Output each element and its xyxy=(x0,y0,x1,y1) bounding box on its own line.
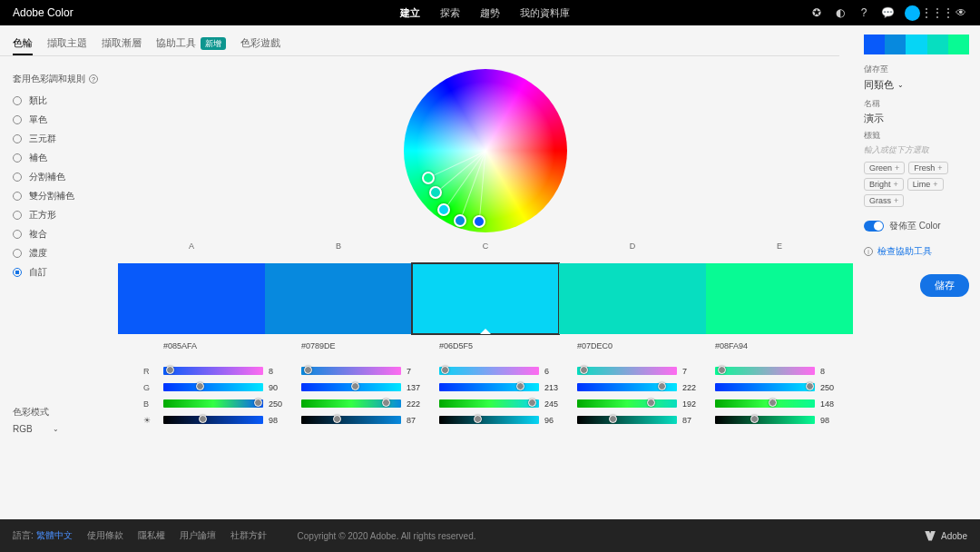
wheel-handle[interactable] xyxy=(429,186,442,199)
nav-library[interactable]: 我的資料庫 xyxy=(520,6,570,20)
slider-r[interactable]: 7 xyxy=(301,365,439,377)
nav-explore[interactable]: 探索 xyxy=(440,6,460,20)
rule-item-3[interactable]: 補色 xyxy=(13,152,107,164)
hex-value[interactable]: #0789DE xyxy=(301,341,439,350)
slider-b[interactable]: 192 xyxy=(577,398,715,409)
swatch[interactable] xyxy=(706,263,853,334)
plus-icon: + xyxy=(933,180,937,189)
slider-g[interactable]: 250 xyxy=(715,381,853,393)
language-select[interactable]: 語言: 繁體中文 xyxy=(13,529,73,542)
active-indicator-icon xyxy=(480,329,491,334)
slider-b[interactable]: 245 xyxy=(439,398,577,409)
slider-r[interactable]: 6 xyxy=(439,365,577,377)
top-icons: ✪ ◐ ? 💬 ⋮⋮⋮ 👁 xyxy=(810,5,967,21)
rule-item-6[interactable]: 正方形 xyxy=(13,209,107,222)
channel-b-label: B xyxy=(143,398,151,409)
color-mode-select[interactable]: RGB⌄ xyxy=(13,424,107,434)
globe-icon[interactable]: ◐ xyxy=(834,6,847,19)
tab-wheel[interactable]: 色輪 xyxy=(13,36,33,55)
publish-toggle[interactable] xyxy=(864,221,884,232)
slider-l[interactable]: 96 xyxy=(439,414,577,426)
check-accessibility-link[interactable]: 檢查協助工具 xyxy=(877,245,932,258)
help-icon[interactable]: ? xyxy=(858,6,870,19)
slider-g[interactable]: 222 xyxy=(577,381,715,393)
chat-icon[interactable]: 💬 xyxy=(881,6,894,19)
wheel-handle[interactable] xyxy=(473,215,485,228)
hex-value[interactable]: #07DEC0 xyxy=(577,341,715,350)
view-icon[interactable]: 👁 xyxy=(955,6,967,19)
radio-icon xyxy=(13,230,22,239)
swatch[interactable] xyxy=(118,263,265,334)
slider-g[interactable]: 213 xyxy=(439,381,577,393)
tag-chip[interactable]: Green + xyxy=(864,162,905,174)
apps-icon[interactable]: ⋮⋮⋮ xyxy=(931,6,944,19)
slider-b[interactable]: 222 xyxy=(301,398,439,409)
top-nav: 建立 探索 趨勢 我的資料庫 xyxy=(400,6,570,20)
save-to-select[interactable]: 同類色 ⌄ xyxy=(864,78,969,92)
rule-item-7[interactable]: 複合 xyxy=(13,228,107,241)
harmony-rule-title: 套用色彩調和規則 ? xyxy=(13,73,107,85)
slider-l[interactable]: 87 xyxy=(301,414,439,426)
rule-item-4[interactable]: 分割補色 xyxy=(13,171,107,183)
preview-bar xyxy=(864,34,969,54)
slider-g[interactable]: 90 xyxy=(163,381,301,393)
slider-r[interactable]: 8 xyxy=(715,365,853,377)
sub-tabs: 色輪 擷取主題 擷取漸層 協助工具 新增 色彩遊戲 xyxy=(0,25,839,56)
swatch[interactable] xyxy=(265,263,412,334)
wheel-handle[interactable] xyxy=(422,172,435,184)
slider-l[interactable]: 98 xyxy=(163,414,301,426)
hex-value[interactable]: #06D5F5 xyxy=(439,341,577,350)
logo[interactable]: Adobe Color xyxy=(13,6,74,19)
rule-item-9[interactable]: 自訂 xyxy=(13,266,107,279)
name-input[interactable] xyxy=(864,113,969,123)
swatch-label: A xyxy=(118,242,265,251)
wheel-handle[interactable] xyxy=(437,203,450,216)
slider-b[interactable]: 250 xyxy=(163,398,301,409)
tag-chip[interactable]: Bright + xyxy=(864,178,904,191)
plus-icon: + xyxy=(894,180,898,189)
slider-r[interactable]: 8 xyxy=(163,365,301,377)
slider-l[interactable]: 87 xyxy=(577,414,715,426)
tab-color-game[interactable]: 色彩遊戲 xyxy=(240,36,280,55)
footer-link-community[interactable]: 社群方針 xyxy=(230,529,267,542)
swatch[interactable] xyxy=(559,263,706,334)
slider-l[interactable]: 98 xyxy=(715,414,853,426)
center-panel: ABCDE #085AFA#0789DE#06D5F5#07DEC0#08FA9… xyxy=(107,25,864,519)
rule-item-8[interactable]: 濃度 xyxy=(13,247,107,260)
slider-b[interactable]: 148 xyxy=(715,398,853,409)
tab-extract-theme[interactable]: 擷取主題 xyxy=(47,36,87,55)
avatar[interactable] xyxy=(905,5,920,21)
radio-icon xyxy=(13,172,22,182)
adobe-brand[interactable]: Adobe xyxy=(925,531,967,541)
rule-item-1[interactable]: 單色 xyxy=(13,113,107,126)
nav-create[interactable]: 建立 xyxy=(400,6,420,20)
swatch[interactable] xyxy=(412,263,559,334)
hex-value[interactable]: #08FA94 xyxy=(715,341,853,350)
footer-link-forum[interactable]: 用户論壇 xyxy=(180,529,216,542)
footer-link-privacy[interactable]: 隱私權 xyxy=(138,529,165,542)
rule-item-0[interactable]: 類比 xyxy=(13,94,107,107)
tag-chip[interactable]: Grass + xyxy=(864,194,904,207)
rule-item-5[interactable]: 雙分割補色 xyxy=(13,190,107,202)
info-icon[interactable]: ? xyxy=(89,74,98,84)
tab-extract-gradient[interactable]: 擷取漸層 xyxy=(102,36,142,55)
radio-icon xyxy=(13,268,22,277)
slider-column: 713722287 xyxy=(301,365,439,426)
star-icon[interactable]: ✪ xyxy=(810,6,823,19)
nav-trends[interactable]: 趨勢 xyxy=(480,6,500,20)
tag-chip[interactable]: Lime + xyxy=(907,178,944,191)
tag-chip[interactable]: Fresh + xyxy=(908,162,947,174)
hex-value[interactable]: #085AFA xyxy=(163,341,301,350)
rule-item-2[interactable]: 三元群 xyxy=(13,133,107,145)
slider-g[interactable]: 137 xyxy=(301,381,439,393)
save-button[interactable]: 儲存 xyxy=(920,274,969,297)
wheel-handle[interactable] xyxy=(454,214,466,227)
swatch-label: E xyxy=(706,242,853,251)
color-wheel[interactable] xyxy=(404,69,567,232)
brightness-icon: ☀ xyxy=(143,414,151,426)
slider-r[interactable]: 7 xyxy=(577,365,715,377)
slider-column: 825014898 xyxy=(715,365,853,426)
tab-accessibility[interactable]: 協助工具 新增 xyxy=(156,36,226,55)
radio-icon xyxy=(13,192,22,201)
footer-link-terms[interactable]: 使用條款 xyxy=(87,529,123,542)
